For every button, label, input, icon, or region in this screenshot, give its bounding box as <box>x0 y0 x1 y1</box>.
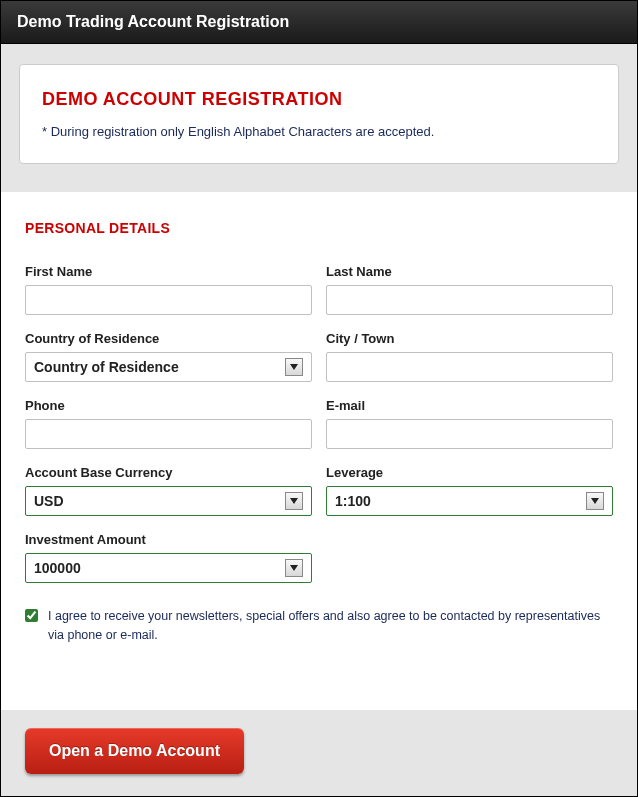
leverage-selected: 1:100 <box>335 493 586 509</box>
open-demo-account-button[interactable]: Open a Demo Account <box>25 728 244 774</box>
chevron-down-icon <box>586 492 604 510</box>
info-box: DEMO ACCOUNT REGISTRATION * During regis… <box>19 64 619 164</box>
phone-input[interactable] <box>25 419 312 449</box>
svg-marker-2 <box>591 498 599 504</box>
window-titlebar: Demo Trading Account Registration <box>1 1 637 44</box>
investment-label: Investment Amount <box>25 532 312 547</box>
first-name-label: First Name <box>25 264 312 279</box>
window-title: Demo Trading Account Registration <box>17 13 289 30</box>
leverage-label: Leverage <box>326 465 613 480</box>
last-name-label: Last Name <box>326 264 613 279</box>
last-name-input[interactable] <box>326 285 613 315</box>
consent-text: I agree to receive your newsletters, spe… <box>48 607 613 645</box>
svg-marker-0 <box>290 364 298 370</box>
registration-window: Demo Trading Account Registration DEMO A… <box>0 0 638 797</box>
first-name-input[interactable] <box>25 285 312 315</box>
investment-selected: 100000 <box>34 560 285 576</box>
section-title: PERSONAL DETAILS <box>25 220 613 236</box>
info-note: * During registration only English Alpha… <box>42 124 596 139</box>
svg-marker-1 <box>290 498 298 504</box>
currency-select[interactable]: USD <box>25 486 312 516</box>
investment-select[interactable]: 100000 <box>25 553 312 583</box>
chevron-down-icon <box>285 559 303 577</box>
city-label: City / Town <box>326 331 613 346</box>
email-label: E-mail <box>326 398 613 413</box>
form-section: PERSONAL DETAILS First Name Last Name Co… <box>1 192 637 710</box>
top-section: DEMO ACCOUNT REGISTRATION * During regis… <box>1 44 637 192</box>
country-label: Country of Residence <box>25 331 312 346</box>
currency-label: Account Base Currency <box>25 465 312 480</box>
svg-marker-3 <box>290 565 298 571</box>
footer: Open a Demo Account <box>1 710 637 796</box>
currency-selected: USD <box>34 493 285 509</box>
phone-label: Phone <box>25 398 312 413</box>
chevron-down-icon <box>285 492 303 510</box>
consent-checkbox[interactable] <box>25 608 38 623</box>
info-title: DEMO ACCOUNT REGISTRATION <box>42 89 596 110</box>
leverage-select[interactable]: 1:100 <box>326 486 613 516</box>
consent-row: I agree to receive your newsletters, spe… <box>25 607 613 645</box>
chevron-down-icon <box>285 358 303 376</box>
city-input[interactable] <box>326 352 613 382</box>
country-select[interactable]: Country of Residence <box>25 352 312 382</box>
email-input[interactable] <box>326 419 613 449</box>
country-selected: Country of Residence <box>34 359 285 375</box>
